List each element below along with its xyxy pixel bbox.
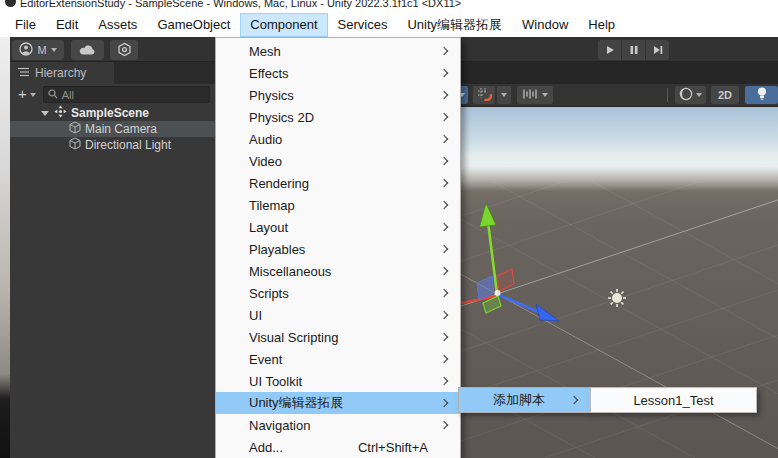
gameobject-cube-icon: [69, 121, 85, 137]
submenu-arrow-icon: [440, 47, 448, 55]
menu-services[interactable]: Services: [328, 13, 398, 37]
shading-mode-button[interactable]: [675, 86, 706, 104]
menu-shortcut: Ctrl+Shift+A: [358, 440, 450, 455]
step-button[interactable]: [646, 40, 669, 60]
pause-button[interactable]: [622, 40, 645, 60]
grid-snap-dropdown[interactable]: [497, 86, 511, 104]
submenu-arrow-icon: [440, 311, 448, 319]
menu-item-visual-scripting[interactable]: Visual Scripting: [216, 326, 460, 348]
menu-help[interactable]: Help: [578, 13, 625, 37]
submenu-arrow-icon: [440, 421, 448, 429]
scene-light-toggle-button[interactable]: [745, 86, 778, 104]
services-hexagon-icon: [117, 42, 132, 59]
submenu-arrow-icon: [440, 355, 448, 363]
chevron-down-icon[interactable]: [30, 93, 36, 97]
menu-item-rendering[interactable]: Rendering: [216, 172, 460, 194]
menu-item-effects[interactable]: Effects: [216, 62, 460, 84]
submenu-arrow-icon: [440, 135, 448, 143]
pause-icon: [630, 41, 638, 59]
menu-item-audio[interactable]: Audio: [216, 128, 460, 150]
search-placeholder: All: [62, 89, 74, 101]
hierarchy-panel: Hierarchy + All SampleScene Main Camera: [10, 62, 215, 458]
menu-bar: File Edit Assets GameObject Component Se…: [0, 13, 778, 37]
version-control-button[interactable]: [110, 40, 138, 60]
play-button[interactable]: [598, 40, 621, 60]
menu-item-tilemap[interactable]: Tilemap: [216, 194, 460, 216]
submenu-arrow-icon: [440, 201, 448, 209]
cloud-icon: [79, 44, 96, 57]
menu-item-miscellaneous[interactable]: Miscellaneous: [216, 260, 460, 282]
menu-item-add-script[interactable]: 添加脚本: [459, 388, 590, 412]
gameobject-cube-icon: [69, 137, 85, 153]
submenu-arrow-icon: [440, 245, 448, 253]
2d-toggle-button[interactable]: 2D: [711, 86, 739, 104]
menu-file[interactable]: File: [5, 13, 46, 37]
grid-snap-button[interactable]: [473, 86, 495, 104]
add-object-button[interactable]: +: [18, 86, 27, 101]
tab-hierarchy[interactable]: Hierarchy: [10, 62, 114, 84]
menu-item-layout[interactable]: Layout: [216, 216, 460, 238]
menu-item-navigation[interactable]: Navigation: [216, 414, 460, 436]
cloud-button[interactable]: [71, 40, 104, 60]
chevron-down-icon: [696, 93, 702, 97]
chevron-down-icon: [542, 93, 548, 97]
hierarchy-tab-label: Hierarchy: [35, 66, 86, 80]
shading-mode-icon: [679, 87, 693, 103]
hierarchy-row-label: Directional Light: [85, 138, 171, 152]
menu-gameobject[interactable]: GameObject: [147, 13, 240, 37]
menu-item-playables[interactable]: Playables: [216, 238, 460, 260]
submenu-arrow-icon: [440, 179, 448, 187]
search-icon: [48, 89, 58, 101]
menu-item-scripts[interactable]: Scripts: [216, 282, 460, 304]
menu-edit[interactable]: Edit: [46, 13, 88, 37]
list-icon: [18, 66, 30, 80]
account-button[interactable]: M: [12, 40, 64, 60]
submenu-arrow-icon: [440, 399, 448, 407]
submenu-arrow-icon: [440, 289, 448, 297]
menu-item-mesh[interactable]: Mesh: [216, 40, 460, 62]
menu-unity-extension[interactable]: Unity编辑器拓展: [397, 13, 512, 37]
hierarchy-search-input[interactable]: All: [43, 86, 210, 103]
hierarchy-row-main-camera[interactable]: Main Camera: [10, 121, 215, 137]
unity-extension-submenu: 添加脚本: [458, 387, 591, 413]
snap-increment-icon: [523, 88, 539, 102]
window-title-bar: EditorExtensionStudy - SampleScene - Win…: [0, 0, 778, 13]
hierarchy-toolbar: + All: [10, 84, 215, 105]
menu-item-unity-extension[interactable]: Unity编辑器拓展: [216, 392, 460, 414]
sun-gizmo-icon: [608, 289, 626, 307]
hierarchy-row-label: SampleScene: [71, 106, 149, 120]
account-icon: [19, 42, 33, 58]
scene-icon: [54, 105, 71, 121]
menu-item-ui[interactable]: UI: [216, 304, 460, 326]
menu-window[interactable]: Window: [512, 13, 578, 37]
grid-snap-icon: [477, 87, 492, 103]
snap-increment-button[interactable]: [517, 86, 553, 104]
add-script-submenu: Lesson1_Test: [590, 387, 757, 413]
account-label: M: [37, 44, 46, 56]
menu-component[interactable]: Component: [240, 13, 327, 37]
move-gizmo: [461, 203, 559, 321]
menu-item-ui-toolkit[interactable]: UI Toolkit: [216, 370, 460, 392]
expand-arrow-icon[interactable]: [41, 111, 49, 116]
submenu-arrow-icon: [440, 91, 448, 99]
submenu-arrow-icon: [440, 267, 448, 275]
light-bulb-icon: [757, 87, 767, 103]
hierarchy-tab-bar: Hierarchy: [10, 62, 215, 84]
menu-item-event[interactable]: Event: [216, 348, 460, 370]
submenu-arrow-icon: [440, 157, 448, 165]
background-window-strip: [0, 37, 10, 458]
menu-item-add[interactable]: Add...Ctrl+Shift+A: [216, 436, 460, 458]
hierarchy-row-samplescene[interactable]: SampleScene: [10, 105, 215, 121]
component-menu-dropdown: Mesh Effects Physics Physics 2D Audio Vi…: [215, 37, 461, 458]
menu-item-video[interactable]: Video: [216, 150, 460, 172]
unity-app-icon: [5, 0, 16, 7]
hierarchy-row-directional-light[interactable]: Directional Light: [10, 137, 215, 153]
submenu-arrow-icon: [440, 333, 448, 341]
play-icon: [605, 41, 615, 59]
menu-assets[interactable]: Assets: [88, 13, 147, 37]
menu-item-lesson1-test[interactable]: Lesson1_Test: [633, 393, 713, 408]
toolbar-divider: [667, 88, 668, 102]
menu-item-physics-2d[interactable]: Physics 2D: [216, 106, 460, 128]
menu-item-physics[interactable]: Physics: [216, 84, 460, 106]
submenu-arrow-icon: [440, 69, 448, 77]
